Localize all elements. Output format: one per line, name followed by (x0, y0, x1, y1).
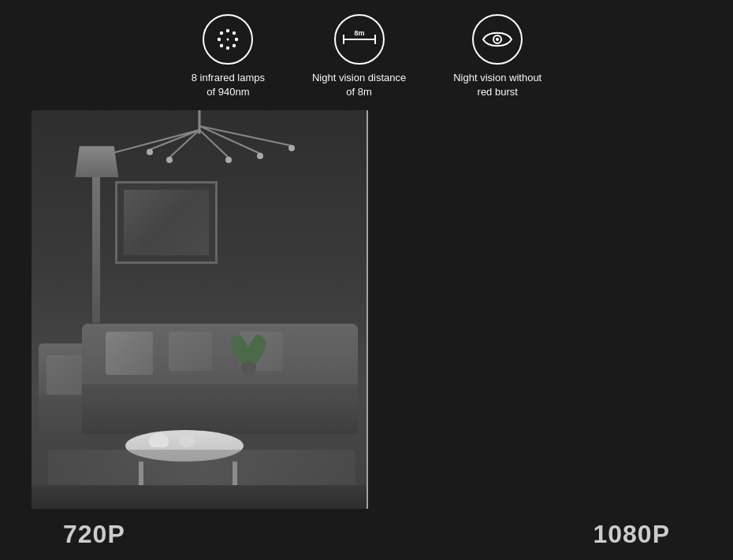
svg-point-6 (218, 38, 221, 41)
feature-no-burst: Night vision without red burst (453, 14, 541, 99)
svg-point-26 (257, 153, 263, 159)
svg-point-4 (226, 46, 229, 50)
svg-point-5 (220, 44, 223, 47)
distance-label: Night vision distance of 8m (312, 71, 406, 99)
features-row: 8 infrared lamps of 940nm 8m Night visio… (0, 0, 733, 110)
svg-point-2 (235, 38, 238, 41)
svg-line-17 (150, 130, 199, 150)
right-resolution-label: 1080P (593, 520, 670, 549)
svg-point-0 (226, 29, 229, 32)
feature-distance: 8m Night vision distance of 8m (312, 14, 406, 99)
svg-point-3 (233, 44, 236, 47)
eye-icon-circle (472, 14, 523, 65)
svg-point-7 (220, 32, 223, 35)
svg-point-25 (225, 157, 232, 163)
comparison-container (32, 110, 701, 509)
svg-point-24 (166, 157, 173, 163)
svg-point-23 (147, 149, 153, 155)
no-burst-label: Night vision without red burst (453, 71, 541, 99)
svg-line-18 (199, 126, 260, 154)
svg-point-1 (233, 32, 236, 35)
left-panel (32, 110, 366, 509)
svg-text:8m: 8m (354, 29, 364, 37)
comparison-divider (366, 110, 368, 509)
svg-point-14 (496, 38, 499, 41)
feature-infrared: 8 infrared lamps of 940nm (192, 14, 265, 99)
bottom-labels: 720P 1080P (32, 509, 701, 560)
infrared-icon-circle (203, 14, 253, 65)
infrared-label: 8 infrared lamps of 940nm (192, 71, 265, 99)
svg-point-8 (227, 39, 229, 41)
svg-point-27 (288, 145, 295, 151)
distance-icon-circle: 8m (334, 14, 385, 65)
svg-line-20 (199, 130, 229, 158)
left-resolution-label: 720P (63, 520, 125, 549)
